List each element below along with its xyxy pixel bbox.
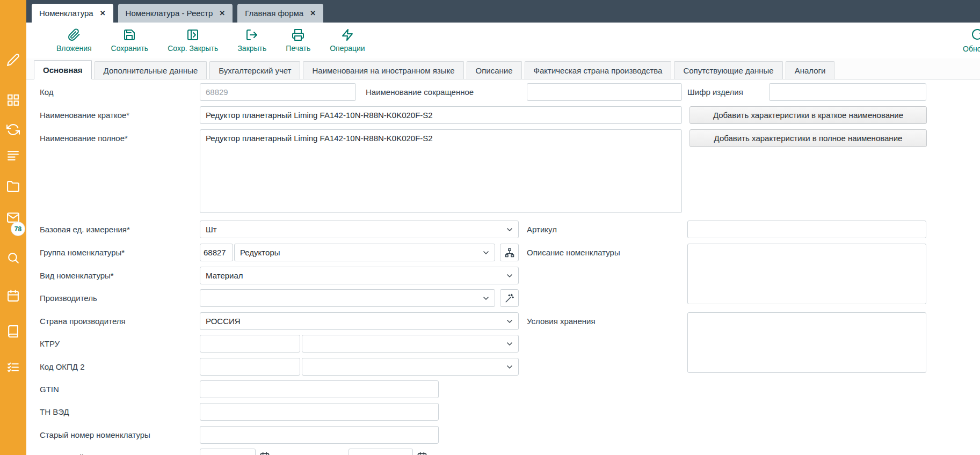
window-tab-bar: Номенклатура ✕ Номенклатура - Реестр ✕ Г… bbox=[26, 0, 980, 23]
save-close-button[interactable]: Сохр. Закрыть bbox=[168, 28, 218, 53]
sync-icon[interactable] bbox=[6, 123, 20, 136]
chevron-down-icon bbox=[482, 294, 490, 303]
attachments-button[interactable]: Вложения bbox=[56, 28, 92, 53]
calendar-icon[interactable] bbox=[6, 289, 20, 303]
tab-dopolnitelnye-dannye[interactable]: Дополнительные данные bbox=[95, 61, 207, 79]
hierarchy-tree-icon bbox=[505, 248, 514, 258]
validity-to-input[interactable] bbox=[349, 449, 413, 455]
modules-grid-icon[interactable] bbox=[6, 93, 20, 107]
validity-to-label: по bbox=[316, 449, 324, 455]
tab-osnovnaya[interactable]: Основная bbox=[34, 60, 92, 79]
ktru-select[interactable] bbox=[302, 335, 519, 353]
folder-icon[interactable] bbox=[6, 180, 20, 193]
search-icon[interactable] bbox=[6, 251, 20, 265]
paperclip-icon bbox=[68, 28, 81, 41]
main-area: Номенклатура ✕ Номенклатура - Реестр ✕ Г… bbox=[26, 0, 980, 455]
ktru-label: КТРУ bbox=[40, 335, 60, 353]
code-input bbox=[200, 83, 356, 101]
tab-naimenovaniya-inostr[interactable]: Наименования на иностранном языке bbox=[303, 61, 463, 79]
catalog-icon[interactable] bbox=[6, 325, 20, 338]
form-tab-bar: Основная Дополнительные данные Бухгалтер… bbox=[26, 58, 980, 79]
product-cipher-input[interactable] bbox=[769, 83, 926, 101]
calendar-icon[interactable] bbox=[417, 452, 427, 455]
base-unit-select[interactable]: Шт bbox=[200, 221, 519, 238]
edit-icon[interactable] bbox=[6, 53, 20, 67]
save-label: Сохранить bbox=[111, 44, 149, 53]
window-tab-nomenklatura[interactable]: Номенклатура ✕ bbox=[32, 4, 113, 23]
operations-button[interactable]: Операции bbox=[330, 28, 365, 53]
description-textarea[interactable] bbox=[687, 244, 926, 304]
window-tab-nomenklatura-reestr[interactable]: Номенклатура - Реестр ✕ bbox=[118, 4, 233, 23]
close-button[interactable]: Закрыть bbox=[237, 28, 266, 53]
manufacturer-wizard-button[interactable] bbox=[500, 289, 519, 307]
tab-fakticheskaya-strana[interactable]: Фактическая страна производства bbox=[525, 61, 672, 79]
abbr-name-input[interactable] bbox=[527, 83, 682, 101]
tab-opisanie[interactable]: Описание bbox=[467, 61, 522, 79]
operations-label: Операции bbox=[330, 44, 365, 53]
group-tree-button[interactable] bbox=[500, 244, 519, 261]
save-button[interactable]: Сохранить bbox=[111, 28, 149, 53]
print-label: Печать bbox=[286, 44, 310, 53]
country-select[interactable]: РОССИЯ bbox=[200, 312, 519, 330]
article-input[interactable] bbox=[687, 221, 926, 238]
storage-textarea[interactable] bbox=[687, 312, 926, 373]
manufacturer-select[interactable] bbox=[200, 289, 495, 307]
full-name-textarea[interactable]: Редуктор планетарный Liming FA142-10N-R8… bbox=[200, 129, 682, 213]
add-characteristics-short-button[interactable]: Добавить характеристики в краткое наимен… bbox=[689, 106, 927, 124]
code-label: Код bbox=[40, 83, 54, 101]
country-label: Страна производителя bbox=[40, 312, 126, 330]
kind-select[interactable]: Материал bbox=[200, 267, 519, 284]
full-name-label: Наименование полное* bbox=[40, 129, 128, 147]
window-tab-label: Главная форма bbox=[245, 9, 303, 18]
print-button[interactable]: Печать bbox=[286, 28, 310, 53]
close-icon[interactable]: ✕ bbox=[100, 9, 106, 17]
validity-from-input[interactable] bbox=[200, 449, 256, 455]
okpd2-select[interactable] bbox=[302, 358, 519, 376]
old-number-input[interactable] bbox=[200, 426, 439, 444]
gtin-label: GTIN bbox=[40, 380, 59, 398]
article-label: Артикул bbox=[527, 221, 557, 238]
mail-unread-badge[interactable]: 78 bbox=[11, 222, 25, 236]
tnved-input[interactable] bbox=[200, 403, 439, 421]
window-tab-glavnaya-forma[interactable]: Главная форма ✕ bbox=[237, 4, 323, 23]
old-number-label: Старый номер номенклатуры bbox=[40, 426, 150, 444]
save-icon bbox=[123, 28, 136, 41]
group-select[interactable]: Редукторы bbox=[234, 244, 495, 261]
short-name-label: Наименование краткое* bbox=[40, 106, 129, 124]
group-value: Редукторы bbox=[240, 248, 482, 257]
close-icon[interactable]: ✕ bbox=[219, 9, 225, 17]
okpd2-label: Код ОКПД 2 bbox=[40, 358, 85, 376]
ktru-code-input[interactable] bbox=[200, 335, 300, 353]
chevron-down-icon bbox=[505, 340, 514, 348]
toolbar: Вложения Сохранить Сохр. Закрыть Закрыть… bbox=[26, 23, 980, 58]
tab-soputstvuyushchie[interactable]: Сопутствующие данные bbox=[674, 61, 782, 79]
calendar-icon[interactable] bbox=[259, 452, 270, 455]
refresh-label[interactable]: Обновить bbox=[963, 45, 980, 53]
exit-door-icon bbox=[245, 28, 258, 41]
group-code-input[interactable] bbox=[200, 244, 233, 261]
chevron-down-icon bbox=[505, 317, 514, 326]
add-characteristics-full-button[interactable]: Добавить характеристики в полное наимено… bbox=[689, 129, 927, 147]
tab-buhgalterskiy-uchet[interactable]: Бухгалтерский учет bbox=[209, 61, 300, 79]
printer-icon bbox=[292, 28, 304, 41]
okpd2-code-input[interactable] bbox=[200, 358, 300, 376]
gtin-input[interactable] bbox=[200, 380, 439, 398]
product-cipher-label: Шифр изделия bbox=[687, 83, 743, 101]
save-close-icon bbox=[186, 28, 199, 41]
list-icon[interactable] bbox=[6, 149, 20, 162]
app-sidebar: 78 bbox=[0, 0, 26, 455]
chevron-down-icon bbox=[505, 271, 514, 280]
tasks-check-icon[interactable] bbox=[6, 361, 20, 374]
refresh-icon[interactable] bbox=[971, 28, 980, 41]
tab-analogi[interactable]: Аналоги bbox=[786, 61, 835, 79]
chevron-down-icon bbox=[482, 248, 490, 257]
validity-label: Период действия номенклатуры с bbox=[40, 449, 167, 455]
close-icon[interactable]: ✕ bbox=[310, 9, 316, 17]
base-unit-label: Базовая ед. измерения* bbox=[40, 221, 130, 238]
form-main: Код Наименование сокращенное Шифр издели… bbox=[26, 79, 980, 455]
abbr-name-label: Наименование сокращенное bbox=[366, 83, 474, 101]
group-label: Группа номенклатуры* bbox=[40, 244, 125, 261]
short-name-input[interactable] bbox=[200, 106, 682, 124]
window-tab-label: Номенклатура bbox=[39, 9, 93, 18]
chevron-down-icon bbox=[505, 225, 514, 234]
